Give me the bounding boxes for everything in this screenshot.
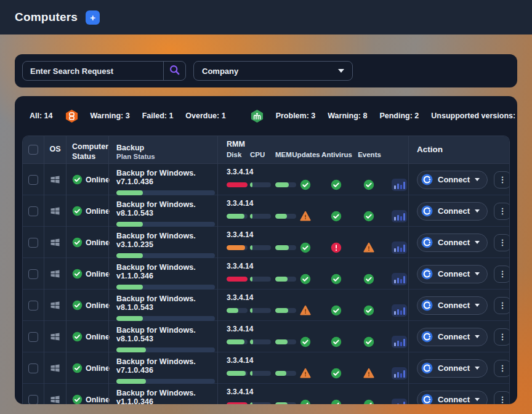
backup-plan-progressbar (116, 316, 215, 321)
online-status-icon (72, 237, 83, 248)
row-menu-button[interactable]: ⋮ (494, 203, 510, 220)
connect-button[interactable]: Connect (417, 359, 488, 378)
online-status-icon (72, 174, 83, 185)
connect-button[interactable]: Connect (417, 233, 488, 252)
row-checkbox[interactable] (28, 395, 38, 405)
chevron-down-icon (475, 209, 480, 213)
ok-status-icon (331, 305, 342, 316)
chart-bar (394, 374, 396, 378)
row-menu-button[interactable]: ⋮ (494, 360, 510, 377)
ok-status-icon (331, 368, 342, 379)
connect-button[interactable]: Connect (417, 202, 488, 221)
chart-bar (394, 280, 396, 283)
events-chart-button[interactable] (392, 367, 407, 380)
chart-bar (403, 213, 405, 221)
row-menu-button[interactable]: ⋮ (494, 266, 510, 283)
rmm-summary-item: Unsupported versions: 0 (431, 112, 517, 120)
row-menu-button[interactable]: ⋮ (494, 391, 510, 405)
connect-button[interactable]: Connect (417, 265, 488, 283)
events-chart-button[interactable] (392, 210, 407, 222)
ok-status-icon (331, 336, 342, 347)
backup-plan-progressbar (116, 190, 215, 195)
warning-status-icon (300, 368, 311, 379)
events-chart-button[interactable] (392, 273, 407, 285)
ok-status-icon (331, 274, 342, 285)
ok-status-icon (363, 274, 374, 285)
table-row: Online Backup for Windows. v1.1.0.346 3.… (23, 384, 509, 404)
select-all-checkbox[interactable] (28, 145, 38, 155)
events-chart-button[interactable] (392, 399, 407, 404)
mem-usage-bar (275, 245, 296, 250)
events-chart-button[interactable] (392, 336, 407, 348)
warning-status-icon (300, 211, 311, 222)
online-status-icon (72, 300, 83, 310)
rmm-agent-version: 3.3.4.14 (218, 168, 408, 176)
row-checkbox[interactable] (28, 301, 38, 310)
row-menu-button[interactable]: ⋮ (494, 171, 510, 189)
events-chart-button[interactable] (392, 304, 407, 317)
chart-bar (403, 307, 405, 315)
row-menu-button[interactable]: ⋮ (494, 328, 510, 346)
table-row: Online Backup for Windows. v7.1.0.436 3.… (23, 352, 509, 384)
connect-button[interactable]: Connect (417, 171, 488, 189)
computer-status-label: Online (86, 270, 110, 278)
row-checkbox[interactable] (28, 175, 38, 185)
rmm-summary-item: Warning: 8 (328, 112, 367, 120)
online-status-icon (72, 363, 83, 373)
rmm-brand-icon (251, 110, 264, 123)
rmm-agent-version: 3.3.4.14 (218, 262, 408, 270)
rmm-summary-items: Problem: 3Warning: 8Pending: 2Unsupporte… (276, 112, 517, 120)
summary-all-count: All: 14 (30, 112, 53, 120)
computers-table: OS Computer Status Backup Plan Status RM… (22, 136, 510, 404)
ok-status-icon (300, 399, 311, 404)
events-chart-button[interactable] (392, 179, 407, 191)
ok-status-icon (363, 179, 374, 190)
windows-os-icon (50, 301, 60, 310)
chart-bar (394, 248, 396, 252)
events-chart-button[interactable] (392, 242, 407, 254)
page-title: Computers (15, 10, 78, 24)
windows-os-icon (50, 238, 60, 247)
chevron-down-icon (475, 304, 480, 307)
chevron-down-icon (475, 367, 480, 370)
backup-plan-name: Backup for Windows. v1.1.0.346 (116, 389, 217, 404)
connect-app-icon (421, 205, 433, 217)
mem-usage-bar (275, 402, 296, 404)
search-input[interactable] (23, 62, 163, 80)
rmm-summary-item: Pending: 2 (379, 112, 419, 120)
col-action: Action (417, 145, 443, 155)
connect-button[interactable]: Connect (417, 296, 488, 315)
rmm-agent-version: 3.3.4.14 (218, 356, 408, 365)
search-button[interactable] (163, 62, 185, 80)
company-select[interactable]: Company (193, 61, 353, 81)
cpu-usage-bar (250, 182, 271, 187)
row-checkbox[interactable] (28, 238, 38, 248)
warning-status-icon (300, 305, 311, 316)
connect-button[interactable]: Connect (417, 391, 488, 405)
add-computer-button[interactable]: + (86, 10, 100, 25)
row-menu-button[interactable]: ⋮ (494, 234, 510, 251)
connect-app-icon (421, 362, 433, 374)
ok-status-icon (363, 211, 374, 222)
row-checkbox[interactable] (28, 269, 38, 279)
computer-status-label: Online (86, 364, 110, 373)
ok-status-icon (363, 336, 374, 347)
row-checkbox[interactable] (28, 206, 38, 216)
mem-usage-bar (275, 214, 296, 219)
mem-usage-bar (275, 308, 296, 313)
search-icon (169, 65, 180, 77)
row-checkbox[interactable] (28, 363, 38, 373)
rmm-subcol-antivirus: Antivirus (321, 151, 352, 158)
chart-bar (403, 276, 405, 283)
chart-bar (397, 278, 399, 283)
connect-button[interactable]: Connect (417, 328, 488, 346)
chart-bar (397, 341, 399, 346)
backup-plan-progressbar (116, 285, 215, 290)
row-menu-button[interactable]: ⋮ (494, 297, 510, 314)
connect-button-label: Connect (438, 206, 470, 216)
table-body: Online Backup for Windows. v7.1.0.436 3.… (23, 164, 509, 404)
cpu-usage-bar (250, 214, 271, 219)
connect-button-label: Connect (438, 363, 470, 373)
col-computer-status: Computer Status (72, 142, 108, 161)
row-checkbox[interactable] (28, 332, 38, 342)
